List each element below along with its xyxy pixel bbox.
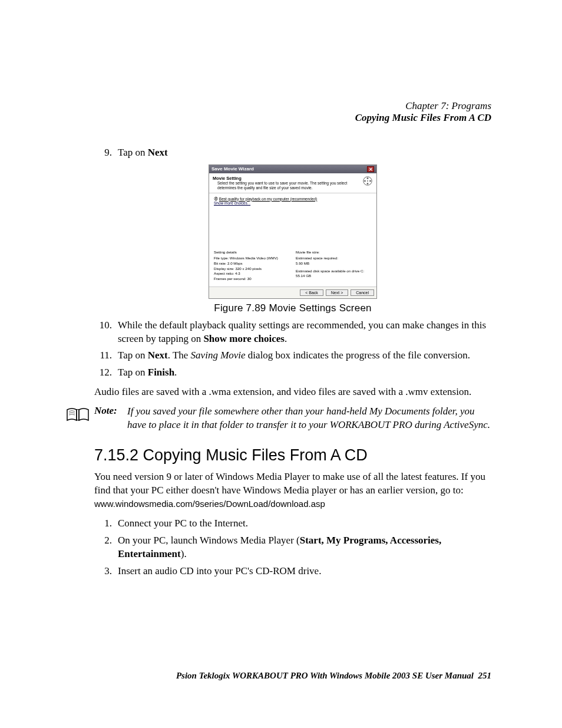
wizard-window: Save Movie Wizard ✕ Movie Setting Select… bbox=[209, 164, 377, 299]
paragraph: You need version 9 or later of Windows M… bbox=[94, 470, 491, 511]
detail-line: Frames per second: 30 bbox=[214, 276, 290, 282]
svg-point-1 bbox=[367, 177, 369, 179]
list-item: 3.Insert an audio CD into your PC's CD-R… bbox=[94, 565, 491, 578]
cancel-button[interactable]: Cancel bbox=[351, 289, 374, 296]
paragraph: Audio files are saved with a .wma extens… bbox=[94, 386, 491, 399]
size-line: Estimated disk space available on drive … bbox=[296, 269, 372, 274]
note-label: Note: bbox=[94, 405, 127, 417]
step-text: Tap on bbox=[118, 367, 148, 378]
setting-details-col: Setting details File type: Windows Media… bbox=[214, 250, 290, 282]
size-line: Estimated space required: bbox=[296, 256, 372, 261]
section-title: Copying Music Files From A CD bbox=[94, 112, 491, 124]
list-item: 1.Connect your PC to the Internet. bbox=[94, 517, 491, 531]
page-number: 251 bbox=[478, 671, 492, 680]
figure-caption: Figure 7.89 Movie Settings Screen bbox=[94, 302, 491, 314]
step-text: . The bbox=[168, 350, 191, 361]
size-heading: Movie file size: bbox=[296, 250, 372, 255]
list-item: 9.Tap on Next bbox=[94, 146, 491, 160]
step-text: Insert an audio CD into your PC's CD-ROM… bbox=[118, 565, 321, 577]
wizard-body: ⦿ Best quality for playback on my comput… bbox=[209, 193, 376, 248]
step-text: Connect your PC to the Internet. bbox=[118, 518, 248, 529]
note-text: If you saved your file somewhere other t… bbox=[127, 405, 491, 432]
step-text: ). bbox=[181, 548, 187, 559]
step-text: . bbox=[174, 367, 177, 378]
footer-text: Psion Teklogix WORKABOUT PRO With Window… bbox=[176, 671, 474, 680]
step-text: Saving Movie bbox=[191, 350, 246, 361]
svg-point-4 bbox=[364, 180, 366, 182]
step-list-b: 10.While the default playback quality se… bbox=[94, 319, 491, 380]
show-more-link[interactable]: Show more choices... bbox=[214, 201, 372, 205]
list-number: 10. bbox=[92, 319, 112, 332]
wizard-button-bar: < Back Next > Cancel bbox=[209, 286, 376, 298]
back-button[interactable]: < Back bbox=[300, 289, 323, 296]
step-text: On your PC, launch Windows Media Player … bbox=[118, 535, 300, 546]
step-text: . bbox=[285, 333, 287, 344]
step-text: Tap on bbox=[118, 350, 148, 361]
page-footer: Psion Teklogix WORKABOUT PRO With Window… bbox=[94, 671, 491, 681]
size-line: 55.14 GB bbox=[296, 274, 372, 279]
svg-point-2 bbox=[369, 180, 371, 182]
page-header: Chapter 7: Programs Copying Music Files … bbox=[94, 100, 491, 124]
step-text: Next bbox=[148, 350, 168, 361]
detail-line: File type: Windows Media Video (WMV) bbox=[214, 256, 290, 261]
note: Note: If you saved your file somewhere o… bbox=[94, 405, 491, 432]
url-text: www.windowsmedia.com/9series/DownLoad/do… bbox=[94, 499, 325, 509]
chapter-label: Chapter 7: Programs bbox=[94, 100, 491, 112]
list-number: 12. bbox=[92, 366, 112, 380]
wizard-titlebar: Save Movie Wizard ✕ bbox=[209, 165, 376, 173]
size-line: 5.90 MB bbox=[296, 261, 372, 266]
film-reel-icon bbox=[362, 176, 373, 186]
wizard-heading-desc: Select the setting you want to use to sa… bbox=[213, 181, 359, 190]
list-item: 2.On your PC, launch Windows Media Playe… bbox=[94, 534, 491, 561]
step-bold: Next bbox=[148, 147, 168, 158]
list-item: 11.Tap on Next. The Saving Movie dialog … bbox=[94, 349, 491, 363]
list-number: 9. bbox=[92, 146, 112, 160]
details-heading: Setting details bbox=[214, 250, 290, 255]
wizard-header: Movie Setting Select the setting you wan… bbox=[209, 173, 376, 193]
close-icon[interactable]: ✕ bbox=[367, 166, 374, 172]
list-number: 3. bbox=[92, 565, 112, 578]
figure: Save Movie Wizard ✕ Movie Setting Select… bbox=[94, 164, 491, 314]
step-text: dialog box indicates the progress of the… bbox=[246, 350, 470, 361]
next-button[interactable]: Next > bbox=[326, 289, 348, 296]
step-text: Tap on bbox=[118, 147, 148, 158]
wizard-details: Setting details File type: Windows Media… bbox=[209, 248, 376, 286]
list-item: 12.Tap on Finish. bbox=[94, 366, 491, 380]
intro-text: You need version 9 or later of Windows M… bbox=[94, 471, 485, 496]
list-number: 1. bbox=[92, 517, 112, 531]
step-text: Finish bbox=[148, 367, 174, 378]
step-text: Show more choices bbox=[203, 333, 285, 344]
svg-point-3 bbox=[367, 183, 369, 185]
list-item: 10.While the default playback quality se… bbox=[94, 319, 491, 346]
heading-2: 7.15.2 Copying Music Files From A CD bbox=[94, 446, 491, 465]
detail-line: Bit rate: 2.0 Mbps bbox=[214, 261, 290, 266]
book-icon bbox=[66, 406, 90, 425]
wizard-title: Save Movie Wizard bbox=[211, 166, 254, 172]
svg-point-5 bbox=[367, 180, 368, 182]
detail-line: Display size: 320 x 240 pixels bbox=[214, 266, 290, 272]
wizard-heading: Movie Setting bbox=[213, 176, 359, 181]
file-size-col: Movie file size: Estimated space require… bbox=[296, 250, 372, 282]
step-list-a: 9.Tap on Next bbox=[94, 146, 491, 160]
detail-line: Aspect ratio: 4:3 bbox=[214, 271, 290, 276]
step-text: While the default playback quality setti… bbox=[118, 319, 486, 344]
list-number: 11. bbox=[92, 349, 112, 363]
radio-option[interactable]: ⦿ Best quality for playback on my comput… bbox=[214, 197, 372, 201]
list-number: 2. bbox=[92, 534, 112, 548]
step-list-c: 1.Connect your PC to the Internet.2.On y… bbox=[94, 517, 491, 578]
